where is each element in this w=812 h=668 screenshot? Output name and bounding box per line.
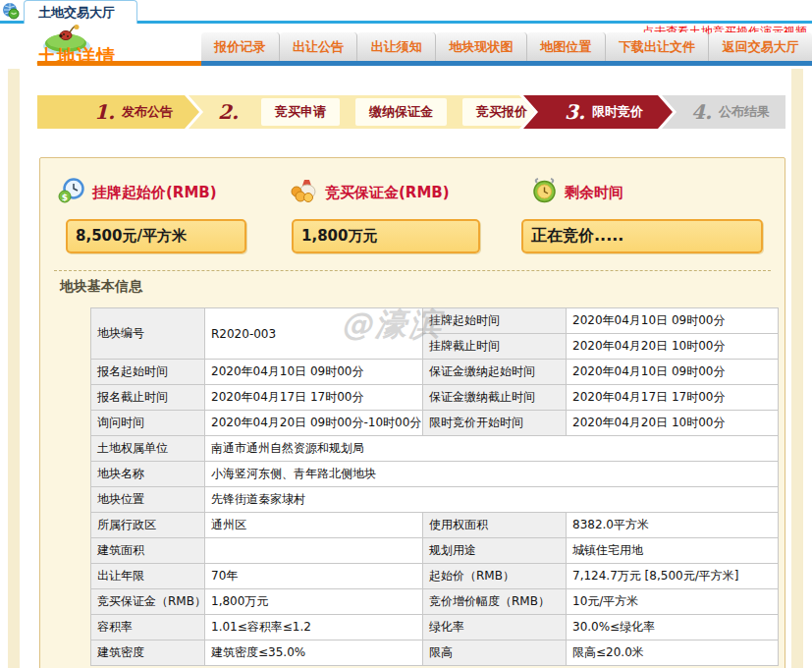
field-label: 起始价（RMB） [423, 564, 567, 589]
step-4-results: 4. 公布结果 [662, 95, 785, 129]
field-value: 先锋街道秦家埭村 [205, 487, 779, 513]
alarm-clock-icon [531, 178, 558, 208]
clock-money-icon: $ [58, 178, 85, 207]
bid-apply-button[interactable]: 竞买申请 [261, 98, 340, 126]
time-left-value: 正在竞价..... [521, 219, 763, 253]
parcel-detail-panel: $ 挂牌起始价(RMB) 竞买保证金(RMB) [39, 157, 785, 668]
nav-download-documents[interactable]: 下载出让文件 [606, 32, 710, 61]
dashed-divider [54, 270, 771, 271]
field-label: 地块位置 [91, 487, 205, 513]
field-label: 竞买保证金（RMB） [91, 589, 205, 615]
field-label: 挂牌截止时间 [423, 334, 567, 360]
field-value: 南通市通州自然资源和规划局 [205, 436, 779, 462]
step-4-number: 4. [691, 100, 712, 124]
right-stripe [791, 69, 803, 668]
field-label: 询问时间 [91, 411, 205, 436]
field-label: 所属行政区 [91, 513, 205, 538]
field-label: 建筑面积 [91, 538, 205, 564]
field-value: 70年 [205, 564, 423, 589]
browser-tab-bar: 土地交易大厅 [0, 0, 812, 24]
deposit-value: 1,800万元 [292, 219, 480, 253]
field-label: 地块名称 [91, 462, 205, 487]
time-left-label: 剩余时间 [565, 184, 623, 202]
field-value: 2020年04月20日 09时00分-10时00分 [205, 411, 423, 436]
field-value: 2020年04月17日 17时00分 [567, 385, 779, 411]
deposit-header: 竞买保证金(RMB) [291, 178, 450, 207]
field-value: 2020年04月20日 10时00分 [567, 411, 779, 436]
field-label: 保证金缴纳截止时间 [423, 385, 567, 411]
field-value: 8382.0平方米 [567, 513, 779, 538]
field-value: 30.0%≤绿化率 [567, 615, 779, 640]
step-3-timed-bidding: 3. 限时竞价 [523, 95, 673, 129]
step-3-number: 3. [565, 100, 585, 124]
field-value: 建筑密度≤35.0% [205, 640, 423, 666]
field-value: 限高≤20.0米 [567, 640, 779, 666]
parcel-info-table: 地块编号 R2020-003 挂牌起始时间 2020年04月10日 09时00分… [90, 307, 779, 666]
field-value: 通州区 [205, 513, 423, 538]
field-label: 使用权面积 [423, 513, 567, 538]
page-title: 土地详情 [37, 44, 116, 70]
field-value: 小海竖河东侧、青年路北侧地块 [205, 462, 779, 487]
coins-icon [291, 178, 318, 207]
field-label: 限时竞价开始时间 [423, 411, 567, 436]
field-label: 建筑密度 [91, 640, 205, 666]
field-label: 保证金缴纳起始时间 [423, 360, 567, 385]
page: 土地交易大厅 土地详情 点击查看土地竞买操作演示视频 报价记录 出让公告 出让须… [0, 0, 812, 668]
svg-text:$: $ [62, 193, 68, 202]
field-value [205, 538, 423, 564]
step-3-label: 限时竞价 [592, 103, 643, 121]
nav-back-to-hall[interactable]: 返回交易大厅 [709, 32, 812, 61]
field-label: 挂牌起始时间 [423, 308, 567, 334]
field-value: 2020年04月10日 09时00分 [567, 360, 779, 385]
field-label: 土地权属单位 [91, 436, 205, 462]
nav-quote-record[interactable]: 报价记录 [201, 32, 280, 61]
field-label: 绿化率 [423, 615, 567, 640]
header: 土地详情 点击查看土地竞买操作演示视频 报价记录 出让公告 出让须知 地块现状图… [0, 27, 812, 66]
field-value: 2020年04月17日 17时00分 [205, 385, 423, 411]
field-value: 城镇住宅用地 [567, 538, 779, 564]
step-2-apply: 2. 竞买申请 缴纳保证金 竞买报价 [189, 95, 534, 129]
pay-deposit-button[interactable]: 缴纳保证金 [355, 98, 447, 126]
nav-transfer-notice[interactable]: 出让公告 [280, 32, 358, 61]
field-label: 报名截止时间 [91, 385, 205, 411]
field-label: 容积率 [91, 615, 205, 640]
field-value: 2020年04月10日 09时00分 [567, 308, 779, 334]
field-value: 2020年04月20日 10时00分 [567, 334, 779, 360]
field-value: R2020-003 [205, 308, 423, 360]
field-value: 7,124.7万元 [8,500元/平方米] [567, 564, 779, 589]
field-value: 1,800万元 [205, 589, 423, 615]
deposit-label: 竞买保证金(RMB) [325, 184, 450, 202]
nav-map-location[interactable]: 地图位置 [527, 32, 606, 61]
field-value: 2020年04月10日 09时00分 [205, 360, 423, 385]
nav-transfer-instructions[interactable]: 出让须知 [357, 32, 436, 61]
field-label: 竞价增价幅度（RMB） [423, 589, 567, 615]
bidding-steps: 1. 发布公告 2. 竞买申请 缴纳保证金 竞买报价 3. 限时竞价 4. 公布… [37, 95, 785, 129]
time-left-header: 剩余时间 [531, 178, 623, 208]
field-value: 10元/平方米 [567, 589, 779, 615]
step-1-publish-notice: 1. 发布公告 [37, 95, 199, 129]
window-tab[interactable]: 土地交易大厅 [24, 0, 137, 24]
nav-parcel-status-map[interactable]: 地块现状图 [436, 32, 527, 61]
step-1-number: 1. [94, 100, 115, 124]
step-1-label: 发布公告 [122, 103, 173, 121]
left-stripe [8, 69, 20, 668]
orange-underline [37, 61, 201, 66]
globe-icon [2, 2, 20, 24]
blue-underline [201, 61, 812, 66]
start-price-label: 挂牌起始价(RMB) [92, 184, 217, 202]
field-label: 出让年限 [91, 564, 205, 589]
field-label: 地块编号 [91, 308, 205, 360]
window-tab-label: 土地交易大厅 [38, 4, 115, 22]
step-4-label: 公布结果 [719, 103, 770, 121]
start-price-header: $ 挂牌起始价(RMB) [58, 178, 217, 207]
field-label: 规划用途 [423, 538, 567, 564]
section-title: 地块基本信息 [60, 278, 142, 296]
field-label: 限高 [423, 640, 567, 666]
start-price-value: 8,500元/平方米 [66, 219, 246, 253]
field-value: 1.01≤容积率≤1.2 [205, 615, 423, 640]
field-label: 报名起始时间 [91, 360, 205, 385]
step-2-number: 2. [218, 100, 239, 124]
top-nav: 报价记录 出让公告 出让须知 地块现状图 地图位置 下载出让文件 返回交易大厅 [201, 32, 812, 61]
bid-quote-button[interactable]: 竞买报价 [462, 98, 541, 126]
